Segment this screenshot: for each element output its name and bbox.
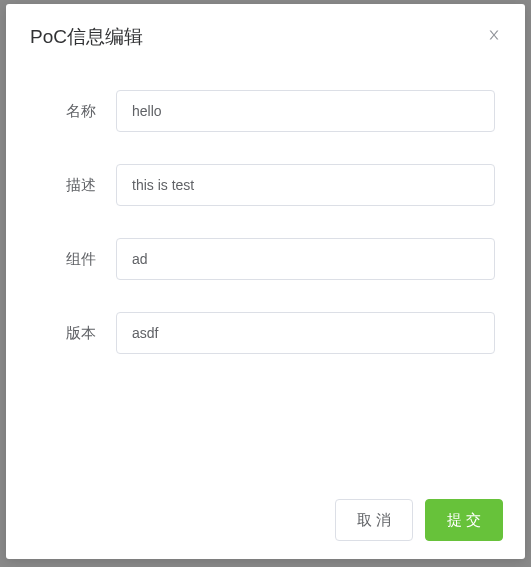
- desc-input[interactable]: [116, 164, 495, 206]
- desc-label: 描述: [36, 165, 116, 205]
- modal-body: 名称 描述 组件 版本: [6, 60, 525, 485]
- version-label: 版本: [36, 313, 116, 353]
- form-item-component: 组件: [36, 238, 495, 280]
- close-icon: [487, 28, 501, 42]
- component-control: [116, 238, 495, 280]
- modal-header: PoC信息编辑: [6, 4, 525, 60]
- modal-backdrop: PoC信息编辑 名称 描述 组件: [0, 0, 531, 567]
- name-control: [116, 90, 495, 132]
- desc-control: [116, 164, 495, 206]
- close-button[interactable]: [485, 26, 503, 44]
- name-input[interactable]: [116, 90, 495, 132]
- component-input[interactable]: [116, 238, 495, 280]
- modal-footer: 取 消 提 交: [6, 485, 525, 559]
- cancel-button[interactable]: 取 消: [335, 499, 413, 541]
- form-item-version: 版本: [36, 312, 495, 354]
- component-label: 组件: [36, 239, 116, 279]
- form-item-name: 名称: [36, 90, 495, 132]
- modal-title: PoC信息编辑: [30, 26, 143, 47]
- version-control: [116, 312, 495, 354]
- name-label: 名称: [36, 91, 116, 131]
- form-item-desc: 描述: [36, 164, 495, 206]
- submit-button[interactable]: 提 交: [425, 499, 503, 541]
- version-input[interactable]: [116, 312, 495, 354]
- poc-edit-modal: PoC信息编辑 名称 描述 组件: [6, 4, 525, 559]
